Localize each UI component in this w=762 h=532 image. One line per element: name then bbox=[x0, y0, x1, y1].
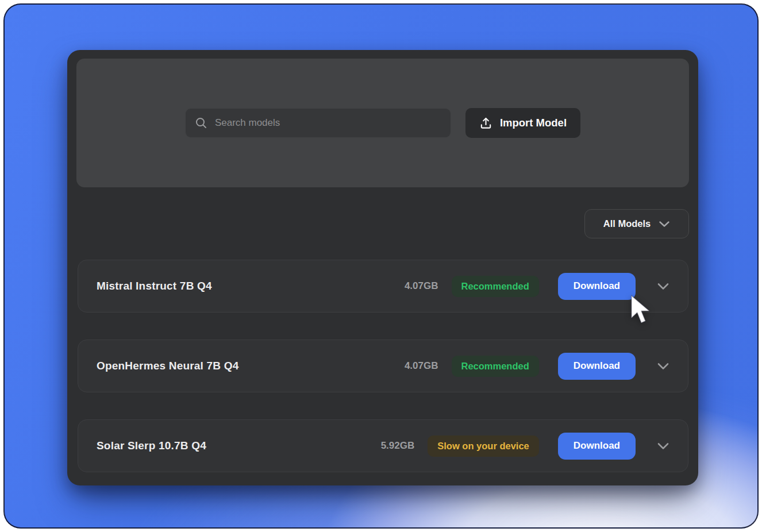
chevron-down-icon bbox=[659, 221, 670, 228]
model-browser-window: Import Model All Models Mistral Instruct… bbox=[67, 50, 698, 485]
model-name: OpenHermes Neural 7B Q4 bbox=[97, 360, 238, 372]
search-input[interactable] bbox=[215, 117, 441, 129]
download-button[interactable]: Download bbox=[558, 353, 636, 380]
upload-icon bbox=[479, 117, 492, 130]
download-button[interactable]: Download bbox=[558, 273, 636, 300]
download-button[interactable]: Download bbox=[558, 433, 636, 460]
model-name: Solar Slerp 10.7B Q4 bbox=[97, 440, 206, 452]
model-row: OpenHermes Neural 7B Q4 4.07GB Recommend… bbox=[78, 340, 688, 392]
model-filter-label: All Models bbox=[603, 218, 651, 229]
model-size: 4.07GB bbox=[405, 280, 438, 292]
search-icon bbox=[195, 117, 207, 129]
status-badge: Slow on your device bbox=[428, 435, 539, 457]
chevron-down-icon bbox=[657, 283, 669, 290]
model-list: Mistral Instruct 7B Q4 4.07GB Recommende… bbox=[78, 260, 688, 472]
header-toolbar: Import Model bbox=[76, 59, 689, 187]
model-name: Mistral Instruct 7B Q4 bbox=[97, 280, 212, 292]
model-size: 4.07GB bbox=[405, 360, 438, 372]
status-badge: Recommended bbox=[452, 276, 539, 297]
chevron-down-icon bbox=[657, 363, 669, 370]
model-filter-dropdown[interactable]: All Models bbox=[584, 209, 689, 238]
search-box[interactable] bbox=[185, 108, 451, 138]
model-row: Solar Slerp 10.7B Q4 5.92GB Slow on your… bbox=[78, 419, 688, 472]
model-row: Mistral Instruct 7B Q4 4.07GB Recommende… bbox=[78, 260, 688, 313]
expand-row-control[interactable] bbox=[657, 363, 669, 370]
expand-row-control[interactable] bbox=[657, 283, 669, 290]
chevron-down-icon bbox=[657, 442, 669, 450]
expand-row-control[interactable] bbox=[657, 442, 669, 450]
import-model-label: Import Model bbox=[500, 117, 567, 129]
desktop-wallpaper: Import Model All Models Mistral Instruct… bbox=[3, 3, 759, 529]
status-badge: Recommended bbox=[452, 356, 539, 377]
filter-row: All Models bbox=[584, 209, 689, 238]
import-model-button[interactable]: Import Model bbox=[465, 108, 580, 138]
model-size: 5.92GB bbox=[381, 440, 415, 452]
